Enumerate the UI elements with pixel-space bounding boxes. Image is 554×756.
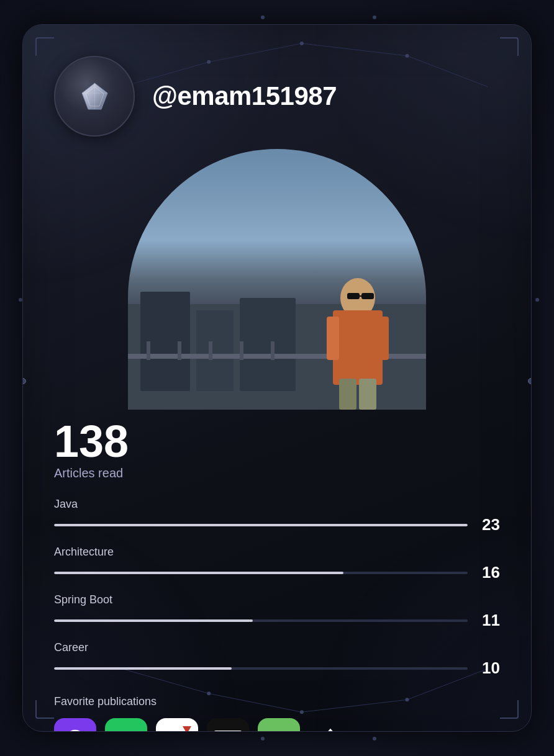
daily-label: daily — [352, 730, 388, 732]
publication-icon-4[interactable]: DEV — [207, 718, 249, 732]
profile-photo — [128, 149, 426, 410]
deco-dot — [373, 16, 376, 19]
tag-count: 11 — [478, 611, 500, 630]
daily-dev-icon — [315, 727, 346, 732]
fav-publications-label: Favorite publications — [54, 695, 500, 708]
crosshair-icon — [64, 728, 86, 732]
svg-rect-20 — [196, 310, 234, 391]
tag-name: Architecture — [54, 546, 500, 559]
svg-rect-21 — [240, 298, 296, 391]
deco-dot — [535, 298, 539, 302]
svg-rect-24 — [178, 341, 181, 360]
tag-count: 16 — [478, 563, 500, 582]
tag-bar-fill — [54, 524, 468, 526]
tag-rows: Java 23 Architecture 16 Spring Boot — [54, 498, 500, 678]
publication-icon-5[interactable] — [258, 718, 300, 732]
articles-label: Articles read — [54, 466, 500, 480]
tag-bar-fill — [54, 667, 232, 670]
svg-rect-32 — [339, 379, 356, 410]
svg-rect-30 — [327, 317, 339, 360]
svg-marker-50 — [322, 730, 338, 732]
tag-row: Java 23 — [54, 498, 500, 534]
spring-icon — [266, 727, 291, 732]
tag-bar-row: 11 — [54, 611, 500, 630]
daily-dev-text: daily.dev — [352, 730, 420, 732]
svg-rect-26 — [240, 341, 243, 360]
svg-rect-31 — [376, 317, 389, 360]
arch-background — [128, 149, 426, 410]
tag-row: Architecture 16 — [54, 546, 500, 582]
tag-bar-background — [54, 667, 468, 670]
stats-section: 138 Articles read Java 23 Architecture 1… — [54, 416, 500, 732]
tag-bar-background — [54, 524, 468, 526]
tag-bar-row: 16 — [54, 563, 500, 582]
publication-icon-3[interactable]: J JAVA — [156, 718, 198, 732]
header: @emam151987 — [54, 56, 500, 137]
publications-list: J JAVA DEV — [54, 718, 500, 732]
svg-rect-25 — [209, 341, 212, 360]
tag-name: Spring Boot — [54, 593, 500, 606]
publication-icon-2[interactable] — [105, 718, 147, 732]
tag-name: Career — [54, 641, 500, 654]
tag-row: Career 10 — [54, 641, 500, 678]
card-content: @emam151987 — [23, 25, 531, 731]
publication-icon-1[interactable] — [54, 718, 96, 732]
background: @emam151987 — [0, 0, 554, 756]
dev-label: DEV — [214, 731, 243, 732]
tag-count: 10 — [478, 659, 500, 678]
tag-bar-fill — [54, 572, 343, 574]
deco-dot — [261, 16, 265, 19]
justjava-icon: J JAVA — [159, 721, 195, 732]
daily-suffix: .dev — [388, 730, 420, 732]
tag-row: Spring Boot 11 — [54, 593, 500, 630]
tag-bar-background — [54, 619, 468, 622]
svg-rect-35 — [361, 293, 374, 299]
tag-bar-background — [54, 572, 468, 574]
daily-dev-logo: daily.dev — [315, 727, 420, 732]
username: @emam151987 — [152, 81, 337, 111]
svg-rect-29 — [333, 310, 383, 385]
svg-rect-34 — [347, 293, 360, 299]
tag-bar-row: 23 — [54, 515, 500, 534]
deco-dot — [373, 737, 376, 740]
logo-circle — [54, 56, 135, 137]
diamond-icon — [78, 79, 112, 114]
deco-dot — [261, 737, 265, 740]
leaf-icon — [115, 728, 137, 732]
tag-bar-row: 10 — [54, 659, 500, 678]
tag-name: Java — [54, 498, 500, 511]
svg-rect-23 — [147, 341, 150, 360]
profile-card: @emam151987 — [22, 24, 532, 732]
tag-bar-fill — [54, 619, 253, 622]
svg-rect-33 — [359, 379, 376, 410]
profile-image-wrapper — [54, 149, 500, 410]
articles-count: 138 — [54, 419, 500, 464]
tag-count: 23 — [478, 515, 500, 534]
svg-rect-27 — [271, 341, 275, 360]
